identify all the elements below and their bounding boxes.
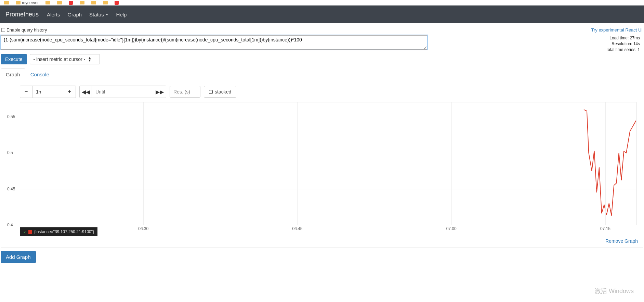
execute-button[interactable]: Execute — [1, 54, 27, 64]
graph-panel[interactable]: 0.40.450.50.5506:3006:4507:0007:15 — [20, 102, 636, 225]
tab-graph[interactable]: Graph — [1, 68, 25, 80]
nav-alerts[interactable]: Alerts — [47, 12, 60, 17]
resolution-input[interactable] — [170, 86, 200, 98]
metric-selector[interactable]: - insert metric at cursor - ▲▼ — [30, 54, 100, 64]
time-rewind-button[interactable]: ◀◀ — [80, 86, 92, 98]
stacked-checkbox-icon — [209, 90, 213, 94]
main-navbar: Prometheus Alerts Graph Status▼ Help — [0, 5, 644, 23]
series-legend-item[interactable]: ✓ {instance="39.107.250.21:9100"} — [20, 227, 97, 236]
color-swatch-icon — [28, 230, 32, 234]
query-stats: Load time: 27ms Resolution: 14s Total ti… — [606, 35, 643, 52]
brand-title: Prometheus — [5, 11, 39, 18]
result-tabs: Graph Console — [1, 68, 643, 80]
select-arrows-icon: ▲▼ — [88, 56, 91, 62]
add-graph-button[interactable]: Add Graph — [1, 251, 36, 263]
time-forward-button[interactable]: ▶▶ — [154, 86, 166, 98]
caret-down-icon: ▼ — [105, 13, 109, 16]
nav-help[interactable]: Help — [116, 12, 127, 17]
graph-controls: − + ◀◀ ▶▶ stacked — [1, 80, 643, 102]
range-decrease-button[interactable]: − — [20, 86, 32, 98]
range-stepper: − + — [20, 86, 76, 98]
checkbox-icon — [1, 28, 5, 32]
remove-graph-link[interactable]: Remove Graph — [605, 238, 638, 244]
tab-console[interactable]: Console — [25, 68, 54, 80]
enable-query-history-toggle[interactable]: Enable query history — [1, 27, 47, 33]
promql-query-input[interactable]: (1-(sum(increase(node_cpu_seconds_total{… — [1, 35, 427, 50]
browser-bookmark-bar: myserver — [0, 0, 644, 5]
stacked-toggle[interactable]: stacked — [204, 86, 236, 98]
range-input[interactable] — [32, 86, 63, 98]
check-icon: ✓ — [23, 230, 26, 234]
time-nav: ◀◀ ▶▶ — [79, 86, 166, 98]
nav-graph[interactable]: Graph — [67, 12, 82, 17]
nav-status[interactable]: Status▼ — [89, 12, 108, 17]
react-ui-link[interactable]: Try experimental React UI — [591, 27, 643, 33]
until-input[interactable] — [92, 86, 154, 98]
range-increase-button[interactable]: + — [63, 86, 76, 98]
